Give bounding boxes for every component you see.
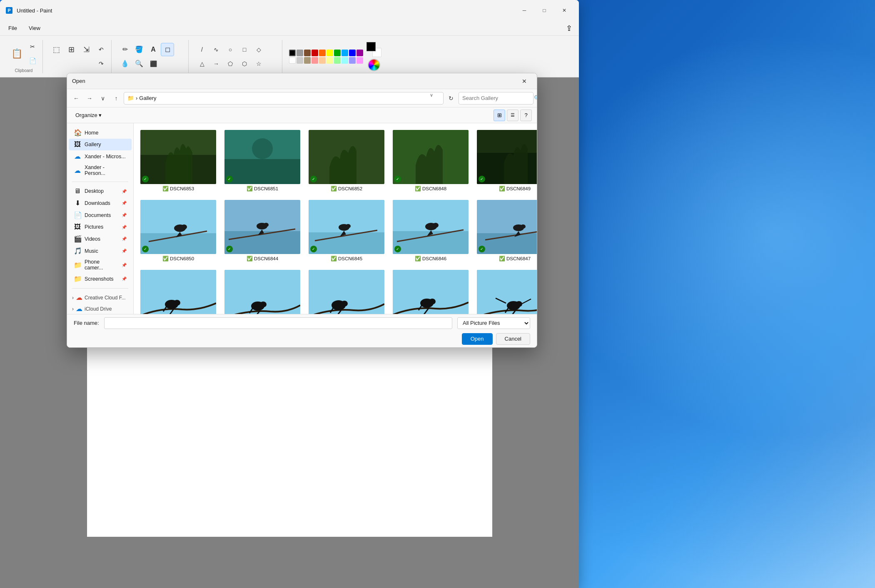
file-item-dscn6848[interactable]: ✓ ✅ DSCN6848 <box>389 127 472 195</box>
maximize-button[interactable]: □ <box>535 3 554 17</box>
rotate-right-button[interactable]: ↷ <box>95 57 108 70</box>
recent-button[interactable]: ∨ <box>97 92 109 104</box>
color-yellow[interactable] <box>327 50 333 56</box>
sidebar-item-music[interactable]: 🎵 Music 📌 <box>69 245 132 257</box>
path-folder: Gallery <box>139 95 156 101</box>
color-blue[interactable] <box>349 50 356 56</box>
large-icons-view-button[interactable]: ⊞ <box>494 110 505 121</box>
color-red[interactable] <box>312 50 318 56</box>
refresh-button[interactable]: ↻ <box>445 92 457 104</box>
color-green[interactable] <box>334 50 341 56</box>
color-white[interactable] <box>289 57 296 64</box>
check-icon: ✅ <box>162 186 169 192</box>
color-gray[interactable] <box>297 50 303 56</box>
color-pink[interactable] <box>312 57 318 64</box>
file-item-dscn6853[interactable]: ✓ ✅ DSCN6853 <box>137 127 219 195</box>
sidebar-item-screenshots[interactable]: 📁 Screenshots 📌 <box>69 273 132 285</box>
color-purple[interactable] <box>356 50 363 56</box>
path-dropdown[interactable]: ∨ <box>430 92 440 104</box>
menu-file[interactable]: File <box>3 23 22 33</box>
diamond-shape[interactable]: ◇ <box>252 43 265 56</box>
sidebar-item-xander-ms[interactable]: ☁ Xander - Micros... <box>69 150 132 162</box>
search-input[interactable] <box>462 95 532 101</box>
text-button[interactable]: A <box>147 43 160 56</box>
sidebar-item-pictures[interactable]: 🖼 Pictures 📌 <box>69 221 132 233</box>
dialog-close-button[interactable]: ✕ <box>517 75 532 87</box>
arrow-shape[interactable]: → <box>209 57 223 70</box>
color-lavender[interactable] <box>349 57 356 64</box>
open-button[interactable]: Open <box>462 333 493 345</box>
color-lightyellow[interactable] <box>327 57 333 64</box>
sidebar-item-xander-ps[interactable]: ☁ Xander - Person... <box>69 162 132 178</box>
file-item-dscn6850[interactable]: ✓ ✅ DSCN6850 <box>137 197 219 265</box>
color-tan[interactable] <box>304 57 311 64</box>
sidebar-item-videos[interactable]: 🎬 Videos 📌 <box>69 233 132 245</box>
sidebar-item-icloud[interactable]: › ☁ iCloud Drive <box>69 303 132 314</box>
file-item-dscn6846[interactable]: ✓ ✅ DSCN6846 <box>389 197 472 265</box>
triangle-shape[interactable]: △ <box>195 57 209 70</box>
color-black[interactable] <box>289 50 296 56</box>
color-cyan[interactable] <box>342 50 348 56</box>
color-lightpurple[interactable] <box>356 57 363 64</box>
rect-shape[interactable]: □ <box>238 43 251 56</box>
sidebar-item-home[interactable]: 🏠 Home <box>69 127 132 139</box>
organize-button[interactable]: Organize ▾ <box>72 110 105 120</box>
rotate-left-button[interactable]: ↶ <box>95 43 108 56</box>
copy-button[interactable]: 📄 <box>26 54 39 67</box>
share-icon[interactable]: ⇪ <box>562 22 576 35</box>
cut-button[interactable]: ✂ <box>26 40 39 53</box>
color-lightgray[interactable] <box>297 57 303 64</box>
select-button[interactable]: ⬚ <box>50 43 63 56</box>
forward-button[interactable]: → <box>84 92 95 104</box>
fill-button[interactable]: 🪣 <box>132 43 146 56</box>
crop-button[interactable]: ⊞ <box>65 43 78 56</box>
help-button[interactable]: ? <box>520 110 532 121</box>
color-peach[interactable] <box>319 57 326 64</box>
address-path[interactable]: 📁 › Gallery ∨ <box>124 92 444 105</box>
details-view-button[interactable]: ☰ <box>507 110 519 121</box>
color-orange[interactable] <box>319 50 326 56</box>
sidebar-item-desktop[interactable]: 🖥 Desktop 📌 <box>69 185 132 197</box>
paste-button[interactable]: 📋 <box>8 43 25 65</box>
menu-view[interactable]: View <box>24 23 45 33</box>
sidebar-item-documents[interactable]: 📄 Documents 📌 <box>69 209 132 221</box>
file-item-dscn6849[interactable]: ✓ ✅ DSCN6849 <box>474 127 537 195</box>
cancel-button[interactable]: Cancel <box>496 333 530 345</box>
file-item-dscn6851[interactable]: ✓ ✅ DSCN6851 <box>221 127 304 195</box>
eraser-button[interactable]: ◻ <box>161 43 174 56</box>
file-item-dscn6845[interactable]: ✓ ✅ DSCN6845 <box>305 197 388 265</box>
pentagon-shape[interactable]: ⬠ <box>224 57 237 70</box>
file-item-dscn6844[interactable]: ✓ ✅ DSCN6844 <box>221 197 304 265</box>
filename-input[interactable] <box>104 317 452 329</box>
file-item-dscn6841[interactable]: ✓ ✅ DSCN6841 <box>389 267 472 314</box>
back-button[interactable]: ← <box>70 92 82 104</box>
erase-button[interactable]: ⬛ <box>147 57 160 70</box>
file-item-dscn6843[interactable]: ✓ ✅ DSCN6843 <box>137 267 219 314</box>
file-item-dscn6852[interactable]: ✓ ✅ DSCN6852 <box>305 127 388 195</box>
up-button[interactable]: ↑ <box>110 92 122 104</box>
custom-color-button[interactable] <box>368 59 380 71</box>
file-item-dscn6837[interactable]: ✓ ✅ DSCN6837 <box>474 267 537 314</box>
color-lightcyan[interactable] <box>342 57 348 64</box>
line-shape[interactable]: / <box>195 43 209 56</box>
zoom-button[interactable]: 🔍 <box>132 57 146 70</box>
file-item-dscn6842[interactable]: ✓ ✅ DSCN6842 <box>221 267 304 314</box>
hexagon-shape[interactable]: ⬡ <box>238 57 251 70</box>
paint-close-button[interactable]: ✕ <box>555 3 574 17</box>
pencil-button[interactable]: ✏ <box>118 43 132 56</box>
resize-button[interactable]: ⇲ <box>80 43 93 56</box>
minimize-button[interactable]: ─ <box>515 3 534 17</box>
star-shape[interactable]: ☆ <box>252 57 265 70</box>
color-lightgreen[interactable] <box>334 57 341 64</box>
sidebar-item-gallery[interactable]: 🖼 Gallery <box>69 139 132 150</box>
color-brown[interactable] <box>304 50 311 56</box>
file-item-dscn6847[interactable]: ✓ ✅ DSCN6847 <box>474 197 537 265</box>
sidebar-item-phone-camera[interactable]: 📁 Phone camer... 📌 <box>69 257 132 273</box>
oval-shape[interactable]: ○ <box>224 43 237 56</box>
color-picker-button[interactable]: 💧 <box>118 57 132 70</box>
curve-shape[interactable]: ∿ <box>209 43 223 56</box>
sidebar-item-downloads[interactable]: ⬇ Downloads 📌 <box>69 197 132 209</box>
file-item-dscn6840[interactable]: ✓ ✅ DSCN6840 <box>305 267 388 314</box>
sidebar-item-creative-cloud[interactable]: › ☁ Creative Cloud F... <box>69 292 132 303</box>
filetype-select[interactable]: All Picture Files <box>457 317 530 329</box>
